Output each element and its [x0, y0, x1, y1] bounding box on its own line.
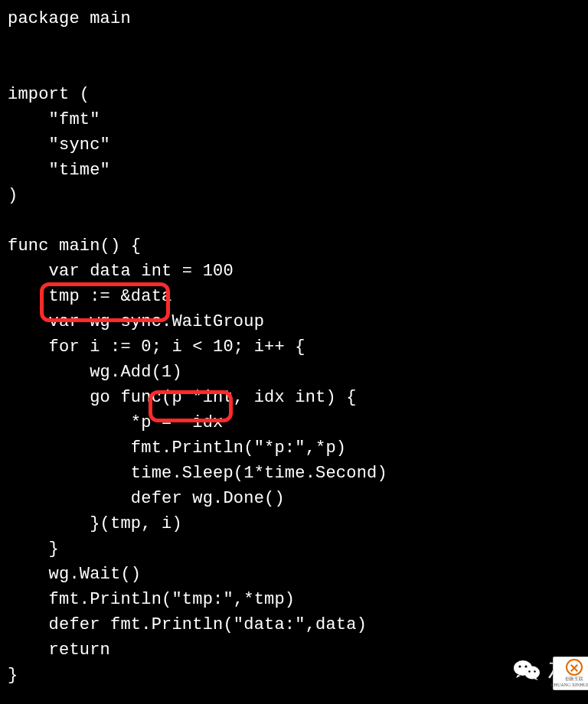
svg-point-2	[518, 665, 521, 667]
wechat-icon	[513, 658, 541, 681]
svg-point-1	[524, 667, 540, 680]
svg-point-3	[524, 665, 527, 667]
logo-icon	[566, 659, 583, 676]
svg-point-4	[528, 670, 531, 673]
corner-logo-badge: 创新互联 CHUANG XINHULIAN	[553, 657, 588, 690]
code-block: package main import ( "fmt" "sync" "time…	[0, 0, 588, 694]
svg-point-5	[534, 670, 536, 673]
logo-title: 创新互联	[565, 676, 583, 682]
logo-sub: CHUANG XINHULIAN	[551, 683, 588, 688]
